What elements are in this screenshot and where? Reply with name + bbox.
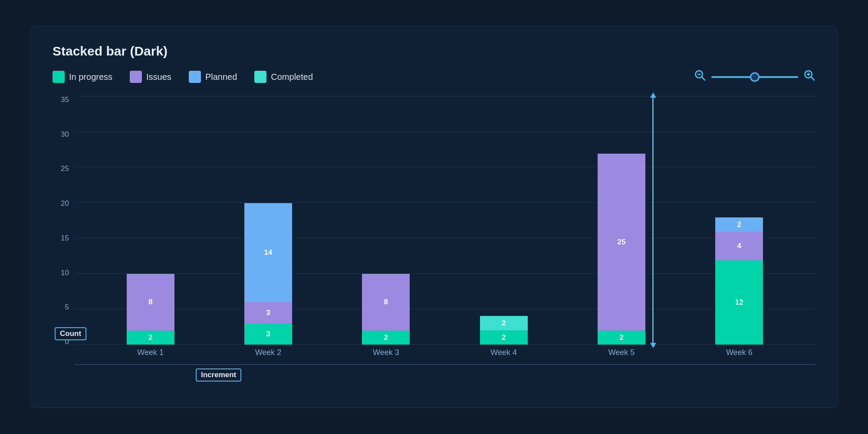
- marker-arrow-top: [650, 92, 656, 98]
- bar-segment: 2: [715, 217, 763, 232]
- bar-group: 1242: [715, 217, 763, 345]
- bar-segment: 8: [127, 274, 174, 330]
- chart-card: Stacked bar (Dark) In progress Issues Pl…: [30, 26, 838, 408]
- bar-segment: 2: [480, 330, 528, 345]
- bar-segment: 3: [244, 323, 292, 345]
- chart-inner: 28331428222251242 Week 1Week 2Week 3Week…: [74, 96, 815, 365]
- bar-segment: 12: [715, 260, 763, 345]
- svg-line-4: [811, 77, 815, 80]
- bar-segment: 14: [244, 203, 292, 302]
- bar-segment: 2: [598, 330, 645, 345]
- bar-group: 225: [598, 154, 645, 345]
- y-axis-label: 15: [53, 234, 69, 242]
- chart-title: Stacked bar (Dark): [53, 44, 815, 59]
- legend-swatch-issues: [130, 71, 142, 83]
- x-axis-label: Week 1: [92, 345, 209, 364]
- legend-item-completed: Completed: [254, 71, 313, 83]
- legend-item-in_progress: In progress: [53, 71, 112, 83]
- legend-item-issues: Issues: [130, 71, 171, 83]
- legend-label-issues: Issues: [146, 72, 171, 82]
- y-axis-label: 35: [53, 96, 69, 103]
- legend-row: In progress Issues Planned Completed: [53, 71, 815, 83]
- legend-swatch-completed: [254, 71, 266, 83]
- bar-stack: 22: [480, 316, 528, 345]
- bar-segment: 4: [715, 232, 763, 260]
- y-axis-label: 25: [53, 165, 69, 172]
- legend-label-in_progress: In progress: [69, 72, 112, 82]
- zoom-controls: [694, 69, 815, 85]
- count-label: Count: [55, 327, 86, 340]
- svg-line-1: [702, 77, 705, 80]
- bar-segment: 2: [127, 330, 174, 345]
- bar-group: 28: [127, 274, 174, 345]
- y-axis-label: 30: [53, 131, 69, 138]
- bar-stack: 225: [598, 154, 645, 345]
- y-axis: 05101520253035: [53, 96, 74, 365]
- x-labels: Week 1Week 2Week 3Week 4Week 5Week 6: [74, 345, 815, 364]
- legend-label-completed: Completed: [271, 72, 313, 82]
- legend-label-planned: Planned: [205, 72, 237, 82]
- x-axis-label: Week 6: [681, 345, 798, 364]
- bar-stack: 3314: [244, 203, 292, 345]
- bars-container: 28331428222251242: [74, 96, 815, 345]
- chart-area: 05101520253035 28331428222251242 Week 1W…: [53, 96, 815, 365]
- legend-swatch-in_progress: [53, 71, 65, 83]
- y-axis-label: 10: [53, 269, 69, 276]
- zoom-in-icon[interactable]: [803, 69, 815, 85]
- x-axis-label: Week 2: [209, 345, 327, 364]
- zoom-slider-thumb[interactable]: [750, 72, 760, 82]
- bar-segment: 3: [244, 302, 292, 323]
- x-axis-label: Week 4: [445, 345, 562, 364]
- legend-swatch-planned: [189, 71, 201, 83]
- bar-segment: 8: [362, 274, 410, 330]
- zoom-out-icon[interactable]: [694, 69, 706, 85]
- vertical-marker: [652, 96, 654, 345]
- y-axis-label: 20: [53, 200, 69, 207]
- bar-segment: 2: [362, 330, 410, 345]
- x-axis-label: Week 5: [562, 345, 680, 364]
- x-axis-label: Week 3: [327, 345, 445, 364]
- y-axis-label: 5: [53, 303, 69, 311]
- bar-stack: 1242: [715, 217, 763, 345]
- bar-segment: 2: [480, 316, 528, 330]
- increment-label-container: Increment: [196, 366, 241, 381]
- bar-group: 22: [480, 316, 528, 345]
- bar-stack: 28: [127, 274, 174, 345]
- zoom-slider[interactable]: [711, 76, 798, 78]
- bar-group: 28: [362, 274, 410, 345]
- bar-group: 3314: [244, 203, 292, 345]
- increment-label: Increment: [196, 368, 241, 381]
- bar-segment: 25: [598, 154, 645, 330]
- legend-item-planned: Planned: [189, 71, 237, 83]
- bar-stack: 28: [362, 274, 410, 345]
